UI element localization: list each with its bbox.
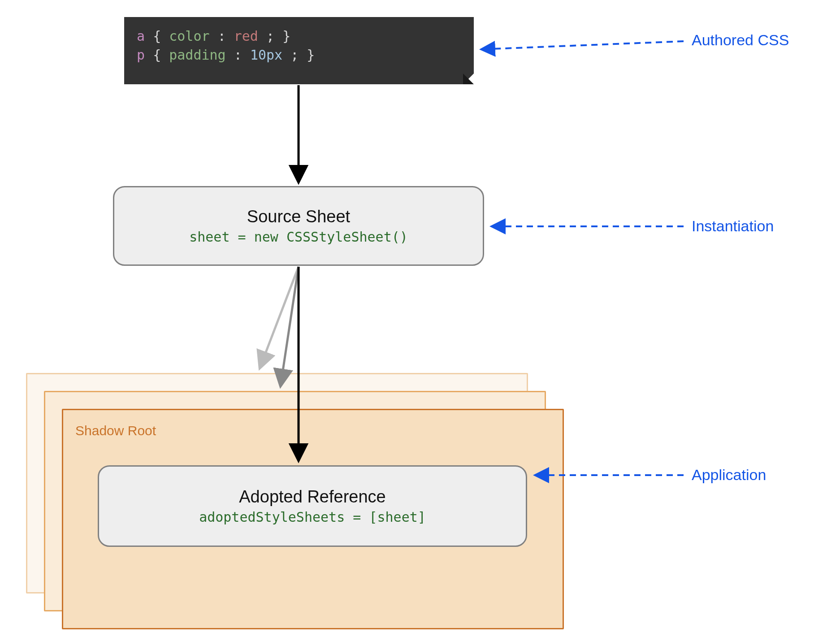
source-sheet-code: sheet = new CSSStyleSheet() [189, 229, 408, 245]
shadow-root-label: Shadow Root [75, 423, 156, 438]
adopted-reference-box: Adopted Reference adoptedStyleSheets = [… [98, 465, 527, 547]
annotation-authored-css: Authored CSS [692, 31, 789, 49]
authored-css-code-block: a { color : red ; } p { padding : 10px ;… [124, 17, 474, 84]
code-colon: : [218, 28, 226, 44]
code-brace-close: } [307, 47, 315, 63]
adopted-reference-code: adoptedStyleSheets = [sheet] [199, 509, 426, 525]
source-sheet-title: Source Sheet [247, 207, 350, 226]
source-sheet-box: Source Sheet sheet = new CSSStyleSheet() [113, 186, 484, 266]
code-property: color [169, 28, 209, 44]
code-brace-open: { [153, 28, 161, 44]
code-brace-open: { [153, 47, 161, 63]
code-selector: a [137, 28, 145, 44]
diagram-canvas: Shadow Root Adopted Reference adoptedSty… [0, 0, 840, 641]
code-semicolon: ; [290, 47, 299, 63]
code-value: 10px [250, 47, 282, 63]
code-selector: p [137, 47, 145, 63]
code-line-2: p { padding : 10px ; } [137, 46, 461, 65]
code-value: red [234, 28, 258, 44]
code-semicolon: ; [266, 28, 274, 44]
arrow-source-to-shadow-2 [281, 267, 299, 385]
arrow-source-to-shadow-3 [260, 267, 299, 368]
code-colon: : [234, 47, 242, 63]
page-fold-icon [463, 74, 474, 84]
code-brace-close: } [282, 28, 290, 44]
adopted-reference-title: Adopted Reference [239, 487, 385, 507]
annotation-application: Application [692, 466, 766, 484]
annotation-instantiation: Instantiation [692, 217, 774, 235]
arrow-anno-authored [482, 41, 684, 49]
code-property: padding [169, 47, 225, 63]
code-line-1: a { color : red ; } [137, 27, 461, 46]
